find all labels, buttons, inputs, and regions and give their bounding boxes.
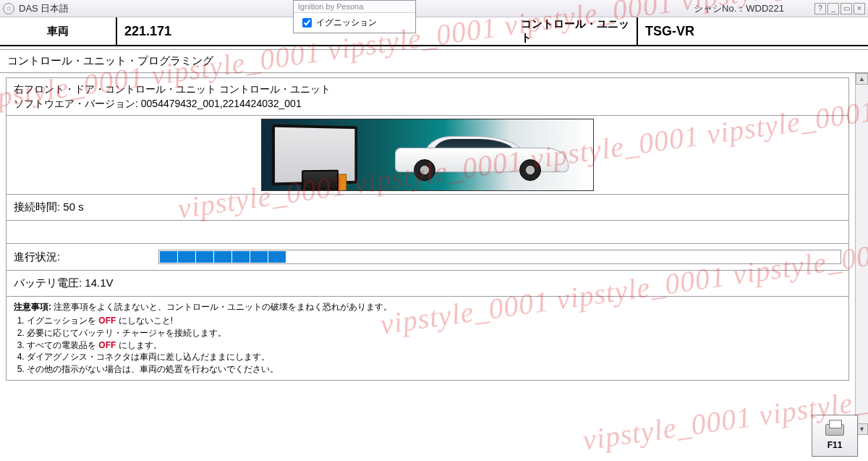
progress-block bbox=[160, 251, 177, 263]
progress-block bbox=[250, 251, 268, 263]
progress-label: 進行状況: bbox=[14, 250, 158, 264]
connection-label: 接続時間: bbox=[14, 200, 63, 213]
progress-block bbox=[232, 251, 250, 263]
control-unit-label: コントロール・ユニット bbox=[521, 17, 637, 45]
chassis-label-group: シャシNo.：WDD221 bbox=[694, 2, 784, 15]
footer: F11 bbox=[812, 415, 858, 457]
minimize-icon[interactable]: _ bbox=[827, 3, 839, 14]
notes-item: イグニッションを OFF にしないこと! bbox=[27, 315, 841, 327]
sw-info-line1: 右フロント・ドア・コントロール・ユニット コントロール・ユニット bbox=[14, 83, 841, 97]
vehicle-label: 車両 bbox=[0, 17, 116, 45]
battery-value: 14.1V bbox=[85, 276, 113, 289]
ignition-dropdown-title: Ignition by Pesona bbox=[294, 1, 415, 13]
content-wrap: 右フロント・ドア・コントロール・ユニット コントロール・ユニット ソフトウエア・… bbox=[0, 73, 868, 435]
off-keyword: OFF bbox=[98, 316, 116, 326]
f11-label: F11 bbox=[827, 440, 843, 450]
notes-panel: 注意事項: 注意事項をよく読まないと、コントロール・ユニットの破壊をまねく恐れが… bbox=[7, 297, 848, 380]
control-unit-value: TSG-VR bbox=[637, 17, 868, 45]
app-logo-icon: ☆ bbox=[3, 3, 14, 14]
sw-version-label: ソフトウエア・バージョン: bbox=[14, 98, 141, 109]
connection-value: 50 s bbox=[63, 200, 83, 213]
progress-block bbox=[268, 251, 286, 263]
chassis-label: シャシNo.： bbox=[694, 3, 746, 14]
notes-list: イグニッションを OFF にしないこと!必要に応じてバッテリ・チャージャを接続し… bbox=[14, 315, 841, 376]
headerbar: 車両 221.171 コントロール・ユニット TSG-VR bbox=[0, 17, 868, 46]
battery-label: バッテリ電圧: bbox=[14, 276, 85, 289]
sw-version-value: 0054479432_001,2214424032_001 bbox=[141, 98, 302, 109]
help-icon[interactable]: ? bbox=[814, 3, 826, 14]
app-title: DAS 日本語 bbox=[19, 2, 69, 15]
ignition-checkbox-label: イグニッション bbox=[316, 17, 377, 29]
connection-time-row: 接続時間: 50 s bbox=[7, 195, 848, 221]
f11-print-button[interactable]: F11 bbox=[812, 415, 858, 457]
main-panel: 右フロント・ドア・コントロール・ユニット コントロール・ユニット ソフトウエア・… bbox=[6, 77, 849, 381]
off-keyword: OFF bbox=[98, 340, 116, 350]
ignition-checkbox-row[interactable]: イグニッション bbox=[294, 13, 415, 33]
banner-image bbox=[261, 119, 594, 191]
printer-icon bbox=[824, 421, 846, 437]
close-icon[interactable]: × bbox=[854, 3, 865, 14]
battery-row: バッテリ電圧: 14.1V bbox=[7, 271, 848, 297]
ignition-dropdown[interactable]: Ignition by Pesona イグニッション bbox=[293, 0, 416, 33]
notes-item: ダイアグノシス・コネクタは車両に差し込んだままにします。 bbox=[27, 351, 841, 363]
notes-item: すべての電装品を OFF にします。 bbox=[27, 339, 841, 352]
car-image bbox=[370, 119, 593, 190]
progress-bar bbox=[158, 250, 841, 264]
notes-item: その他の指示がない場合は、車両の処置を行わないでください。 bbox=[27, 363, 841, 376]
section-title: コントロール・ユニット・プログラミング bbox=[0, 49, 868, 73]
notes-header: 注意事項: bbox=[14, 302, 54, 312]
chassis-no: WDD221 bbox=[746, 3, 784, 14]
restore-icon[interactable]: ▭ bbox=[841, 3, 852, 14]
scroll-up-icon[interactable]: ▲ bbox=[856, 73, 868, 85]
software-info: 右フロント・ドア・コントロール・ユニット コントロール・ユニット ソフトウエア・… bbox=[7, 78, 848, 116]
progress-block bbox=[178, 251, 195, 263]
progress-row: 進行状況: bbox=[7, 244, 848, 271]
sw-info-line2: ソフトウエア・バージョン: 0054479432_001,2214424032_… bbox=[14, 97, 841, 111]
titlebar: ☆ DAS 日本語 シャシNo.：WDD221 ? _ ▭ × bbox=[0, 0, 868, 17]
ignition-checkbox[interactable] bbox=[302, 18, 312, 28]
notes-item: 必要に応じてバッテリ・チャージャを接続します。 bbox=[27, 327, 841, 339]
empty-row bbox=[7, 221, 848, 244]
banner-area bbox=[7, 116, 848, 195]
notes-header-text: 注意事項をよく読まないと、コントロール・ユニットの破壊をまねく恐れがあります。 bbox=[54, 302, 392, 312]
diagnostic-device-icon bbox=[262, 119, 370, 190]
progress-block bbox=[214, 251, 231, 263]
scroll-track[interactable] bbox=[856, 85, 868, 423]
vertical-scrollbar[interactable]: ▲ ▼ bbox=[855, 73, 868, 435]
progress-block bbox=[196, 251, 213, 263]
